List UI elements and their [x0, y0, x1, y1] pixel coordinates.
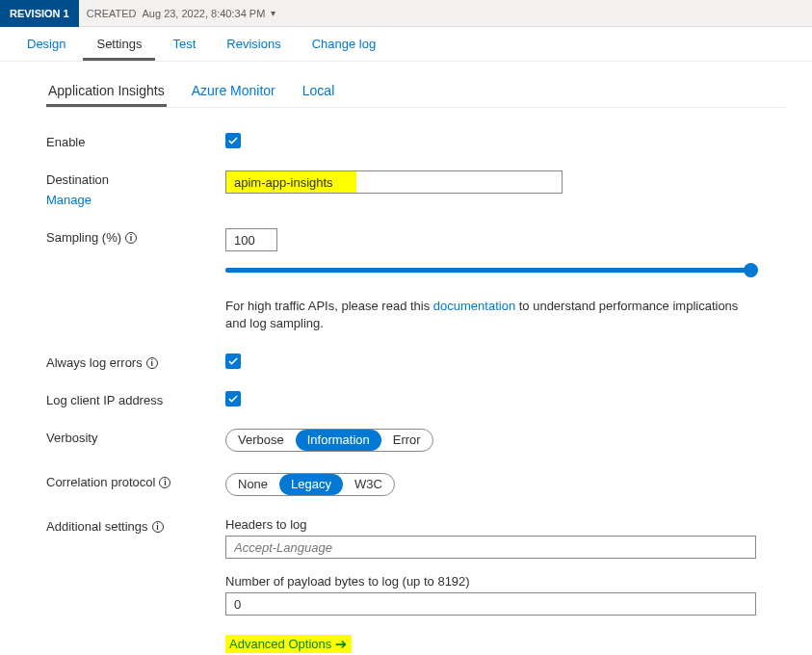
slider-track — [225, 268, 756, 273]
row-verbosity: Verbosity Verbose Information Error — [27, 429, 785, 452]
correlation-w3c[interactable]: W3C — [343, 473, 394, 496]
tab-settings[interactable]: Settings — [83, 27, 155, 61]
row-enable: Enable — [27, 133, 785, 149]
tab-azure-monitor[interactable]: Azure Monitor — [190, 77, 277, 107]
secondary-tabs: Application Insights Azure Monitor Local — [46, 77, 785, 108]
primary-tabs: Design Settings Test Revisions Change lo… — [0, 27, 812, 62]
log-client-ip-checkbox[interactable] — [225, 391, 241, 406]
verbosity-error[interactable]: Error — [381, 429, 432, 452]
row-correlation: Correlation protocol i None Legacy W3C — [27, 473, 785, 496]
checkmark-icon — [227, 393, 239, 405]
always-log-errors-text: Always log errors — [46, 355, 143, 370]
always-log-errors-checkbox[interactable] — [225, 354, 241, 369]
payload-bytes-input[interactable] — [225, 592, 756, 616]
checkmark-icon — [227, 135, 239, 146]
always-log-errors-label: Always log errors i — [46, 354, 225, 370]
correlation-label: Correlation protocol i — [46, 473, 225, 489]
verbosity-label: Verbosity — [46, 429, 225, 445]
row-always-log-errors: Always log errors i — [27, 354, 785, 370]
sampling-label-text: Sampling (%) — [46, 230, 121, 245]
additional-label: Additional settings i — [46, 517, 225, 534]
advanced-options-text: Advanced Options — [229, 637, 331, 651]
sampling-help-text: For high traffic APIs, please read this … — [225, 298, 756, 332]
info-icon[interactable]: i — [152, 521, 164, 533]
destination-input[interactable] — [225, 170, 563, 194]
info-icon[interactable]: i — [146, 357, 158, 369]
verbosity-verbose[interactable]: Verbose — [226, 429, 296, 452]
arrow-right-icon — [334, 638, 348, 651]
sampling-label: Sampling (%) i — [46, 228, 225, 245]
tab-test[interactable]: Test — [159, 27, 209, 61]
correlation-legacy[interactable]: Legacy — [279, 474, 343, 495]
revision-bar: REVISION 1 CREATED Aug 23, 2022, 8:40:34… — [0, 0, 812, 27]
help-prefix: For high traffic APIs, please read this — [225, 299, 433, 313]
enable-checkbox[interactable] — [225, 133, 241, 148]
additional-label-text: Additional settings — [46, 519, 148, 534]
advanced-options-link[interactable]: Advanced Options — [225, 635, 352, 653]
sampling-input[interactable] — [225, 228, 277, 251]
tab-local[interactable]: Local — [301, 77, 336, 107]
log-client-ip-label: Log client IP address — [46, 391, 225, 407]
tab-application-insights[interactable]: Application Insights — [46, 77, 167, 107]
checkmark-icon — [227, 355, 239, 367]
verbosity-segmented: Verbose Information Error — [225, 429, 433, 452]
tab-revisions[interactable]: Revisions — [213, 27, 294, 61]
info-icon[interactable]: i — [159, 477, 170, 488]
sampling-slider[interactable] — [225, 263, 756, 278]
enable-label: Enable — [46, 133, 225, 149]
correlation-none[interactable]: None — [226, 473, 279, 496]
row-additional: Additional settings i Headers to log Num… — [27, 517, 785, 653]
row-sampling: Sampling (%) i For high traffic APIs, pl… — [27, 228, 785, 332]
headers-to-log-input[interactable] — [225, 536, 756, 559]
headers-to-log-label: Headers to log — [225, 517, 756, 532]
manage-link[interactable]: Manage — [46, 193, 225, 207]
revision-created-dropdown[interactable]: CREATED Aug 23, 2022, 8:40:34 PM ▾ — [79, 8, 284, 19]
correlation-segmented: None Legacy W3C — [225, 473, 395, 496]
destination-label: Destination — [46, 170, 225, 187]
info-icon[interactable]: i — [125, 232, 137, 244]
verbosity-information[interactable]: Information — [296, 430, 381, 451]
revision-created-value: Aug 23, 2022, 8:40:34 PM — [143, 8, 266, 19]
revision-badge: REVISION 1 — [0, 0, 79, 27]
tab-changelog[interactable]: Change log — [299, 27, 390, 61]
row-destination: Destination Manage — [27, 170, 785, 207]
row-log-client-ip: Log client IP address — [27, 391, 785, 407]
revision-created-label: CREATED — [87, 8, 137, 19]
payload-bytes-label: Number of payload bytes to log (up to 81… — [225, 574, 756, 589]
documentation-link[interactable]: documentation — [433, 299, 515, 313]
tab-design[interactable]: Design — [13, 27, 79, 61]
chevron-down-icon: ▾ — [271, 8, 275, 18]
slider-thumb[interactable] — [744, 263, 758, 277]
correlation-label-text: Correlation protocol — [46, 475, 155, 489]
